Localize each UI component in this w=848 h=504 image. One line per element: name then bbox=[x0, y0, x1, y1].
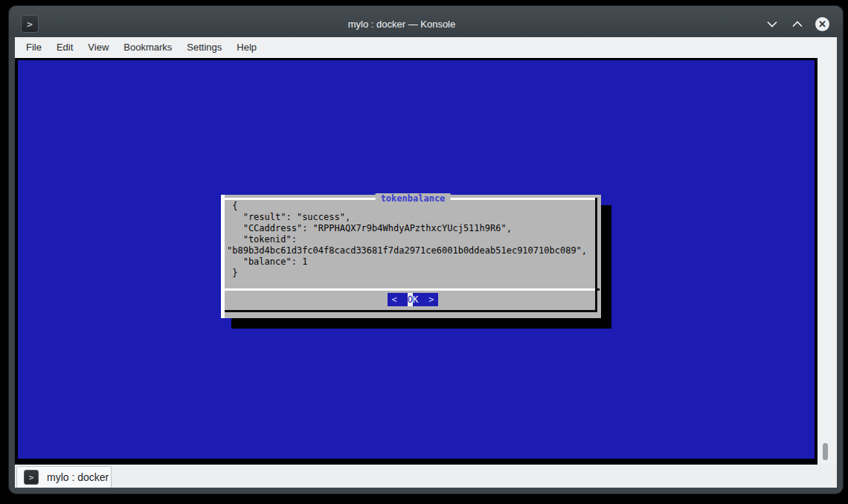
window-controls: ✕ bbox=[765, 16, 829, 31]
tab-label: mylo : docker bbox=[47, 471, 109, 483]
ok-button-cursor-char: O bbox=[408, 293, 413, 306]
ok-button-open-arrow: < bbox=[392, 293, 397, 306]
konsole-app-icon[interactable]: > bbox=[21, 15, 39, 33]
chevron-up-icon bbox=[792, 21, 803, 28]
tabbar: > mylo : docker bbox=[15, 465, 837, 488]
menu-item-help[interactable]: Help bbox=[229, 37, 264, 58]
maximize-button[interactable] bbox=[790, 16, 805, 31]
menu-item-file[interactable]: File bbox=[19, 37, 49, 58]
window-title: mylo : docker — Konsole bbox=[39, 19, 765, 30]
close-button[interactable]: ✕ bbox=[815, 17, 829, 31]
close-icon: ✕ bbox=[818, 19, 826, 30]
tab-mylo-docker[interactable]: > mylo : docker bbox=[16, 466, 112, 488]
terminal-screen[interactable]: tokenbalance { "result": "success", "CCa… bbox=[18, 60, 815, 459]
scrollbar[interactable] bbox=[818, 58, 837, 465]
menu-item-edit[interactable]: Edit bbox=[49, 37, 80, 58]
ok-button-close-arrow: > bbox=[428, 293, 434, 306]
menubar: File Edit View Bookmarks Settings Help bbox=[15, 37, 837, 58]
ok-button[interactable]: < O K > bbox=[388, 293, 439, 306]
dialog-border-bottom bbox=[225, 310, 597, 312]
terminal-tab-icon: > bbox=[24, 470, 39, 485]
dialog-body-text: { "result": "success", "CCaddress": "RPP… bbox=[227, 201, 587, 279]
titlebar: > mylo : docker — Konsole ✕ bbox=[9, 6, 843, 37]
dialog-separator bbox=[225, 288, 595, 291]
minimize-button[interactable] bbox=[765, 16, 780, 31]
menu-item-view[interactable]: View bbox=[80, 37, 116, 58]
terminal-area: tokenbalance { "result": "success", "CCa… bbox=[15, 58, 837, 465]
dialog-separator-tick bbox=[595, 288, 600, 291]
ok-button-label-rest: K bbox=[413, 293, 418, 306]
menu-item-bookmarks[interactable]: Bookmarks bbox=[116, 37, 179, 58]
scrollbar-thumb[interactable] bbox=[823, 443, 828, 460]
tokenbalance-dialog: tokenbalance { "result": "success", "CCa… bbox=[221, 195, 601, 318]
dialog-title: tokenbalance bbox=[376, 193, 451, 204]
dialog-button-row: < O K > bbox=[225, 293, 601, 308]
chevron-down-icon bbox=[767, 21, 777, 28]
konsole-window: > mylo : docker — Konsole ✕ bbox=[9, 6, 843, 494]
menu-item-settings[interactable]: Settings bbox=[179, 37, 229, 58]
